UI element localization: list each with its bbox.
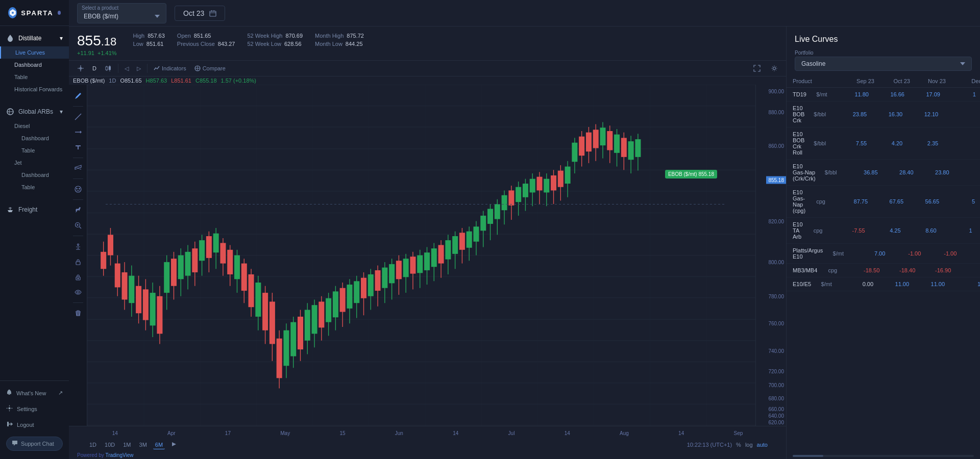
settings-button[interactable] — [767, 63, 782, 74]
col-unit — [812, 78, 843, 84]
svg-rect-151 — [487, 209, 493, 224]
sidebar-item-dashboard[interactable]: Dashboard — [0, 59, 69, 71]
stat-month-high: Month High 875.72 — [315, 33, 364, 39]
svg-rect-179 — [586, 133, 592, 151]
sidebar-whats-new[interactable]: What's New ↗ — [0, 385, 69, 401]
emoji-tool[interactable] — [71, 182, 85, 196]
time-1d-button[interactable]: 1D — [87, 441, 99, 449]
chart-body[interactable]: EBOB ($/mt) 855.18 — [87, 85, 755, 426]
ray-tool[interactable] — [71, 125, 85, 139]
lock-price-tool[interactable] — [71, 270, 85, 284]
zoom-tool[interactable] — [71, 218, 85, 233]
text-tool[interactable] — [71, 140, 85, 155]
table-row[interactable]: E10 BOB Crk Roll $/bbl 7.55 4.20 2.35 — [787, 128, 980, 160]
sidebar-diesel-table[interactable]: Table — [0, 144, 69, 157]
svg-rect-161 — [523, 184, 528, 197]
prev-button[interactable]: ◁ — [120, 63, 133, 74]
sidebar-item-live-curves[interactable]: Live Curves — [0, 46, 69, 59]
ohlc-high: H857.63 — [146, 78, 167, 84]
product-select-label: Select a product — [82, 5, 118, 11]
trash-tool[interactable] — [71, 306, 85, 320]
time-3m-button[interactable]: 3M — [137, 441, 149, 449]
val-sep23: -7.55 — [834, 227, 869, 234]
val-nov23: -1.00 — [925, 250, 961, 257]
next-button[interactable]: ▷ — [133, 63, 145, 74]
sidebar-item-table[interactable]: Table — [0, 71, 69, 83]
price-axis-800: 800.00 — [768, 259, 784, 265]
svg-point-19 — [78, 278, 79, 279]
chart-canvas-area[interactable]: EBOB ($/mt) 855.18 — [69, 85, 786, 426]
time-label: Jun — [395, 430, 403, 436]
sidebar-logout[interactable]: Logout — [0, 417, 69, 432]
chevron-icon: ▾ — [60, 35, 63, 42]
fullscreen-icon — [753, 65, 761, 72]
sidebar-jet-dashboard[interactable]: Dashboard — [0, 169, 69, 181]
time-6m-button[interactable]: 6M — [153, 441, 165, 449]
price-axis-620: 620.00 — [768, 420, 784, 425]
date-selector[interactable]: Oct 23 — [175, 6, 225, 21]
val-oct23: -18.40 — [884, 267, 919, 273]
chart-ohlc-bar: EBOB ($/mt) 1D O851.65 H857.63 L851.61 C… — [69, 76, 786, 85]
product-selector[interactable]: Select a product EBOB ($/mt) — [77, 3, 166, 23]
sidebar-freight-header[interactable]: Freight — [0, 201, 69, 218]
sidebar-distillate-header[interactable]: Distillate ▾ — [0, 30, 69, 46]
tradingview-link[interactable]: TradingView — [105, 452, 133, 458]
lc-portfolio-select[interactable]: Gasoline — [795, 57, 972, 71]
bar-replay-button[interactable] — [169, 440, 179, 449]
support-chat-button[interactable]: Support Chat — [6, 437, 63, 451]
global-arbs-section: Global ARBs ▾ Diesel Dashboard Table Jet… — [0, 99, 69, 197]
table-row[interactable]: MB3/MB4 cpg -18.50 -18.40 -16.90 -1 — [787, 264, 980, 277]
crosshair-button[interactable] — [73, 63, 88, 74]
percent-mode-button[interactable]: % — [736, 442, 741, 448]
product-name: E10 BOB Crk — [793, 105, 804, 123]
sidebar-settings[interactable]: Settings — [0, 401, 69, 417]
table-row[interactable]: Platts/Argus E10 $/mt 7.00 -1.00 -1.00 -… — [787, 244, 980, 264]
logo-text: SPARTA — [21, 9, 54, 17]
time-10d-button[interactable]: 10D — [103, 441, 117, 449]
time-1m-button[interactable]: 1M — [121, 441, 133, 449]
sidebar-item-historical-forwards[interactable]: Historical Forwards — [0, 83, 69, 95]
table-row[interactable]: E10 BOB Crk $/bbl 23.85 16.30 12.10 — [787, 101, 980, 128]
compare-button[interactable]: Compare — [190, 63, 230, 73]
line-tool[interactable] — [71, 110, 85, 124]
timeframe-label: D — [92, 65, 96, 71]
svg-rect-4 — [210, 11, 216, 16]
sidebar-diesel-header[interactable]: Diesel — [0, 120, 69, 132]
table-row[interactable]: E10/E5 $/mt 0.00 11.00 11.00 1 — [787, 277, 980, 291]
brush-tool[interactable] — [71, 203, 85, 217]
table-row[interactable]: E10 Gas-Nap (cpg) cpg 87.75 67.65 56.65 … — [787, 186, 980, 218]
log-mode-button[interactable]: log — [745, 442, 753, 448]
svg-rect-69 — [199, 240, 205, 261]
anchor-tool[interactable] — [71, 239, 85, 253]
lock-tool[interactable] — [71, 254, 85, 269]
eye-tool[interactable] — [71, 285, 85, 299]
price-axis-880: 880.00 — [768, 109, 784, 115]
val-nov23: 2.35 — [906, 140, 942, 146]
time-label: 17 — [225, 430, 231, 436]
table-row[interactable]: E10 Gas-Nap (Crk/Crk) $/bbl 36.85 28.40 … — [787, 160, 980, 186]
freight-section: Freight — [0, 197, 69, 222]
sidebar-jet-header[interactable]: Jet — [0, 157, 69, 169]
text-icon — [75, 144, 82, 151]
zoom-icon — [75, 222, 82, 229]
svg-rect-49 — [129, 276, 134, 303]
table-row[interactable]: TD19 $/mt 11.80 16.66 17.09 1 — [787, 88, 980, 101]
sidebar-global-arbs-header[interactable]: Global ARBs ▾ — [0, 104, 69, 120]
lc-scrollbar[interactable] — [793, 455, 974, 457]
auto-mode-button[interactable]: auto — [757, 442, 768, 448]
sidebar-bottom: What's New ↗ Settings Logout — [0, 380, 69, 459]
sidebar-jet-table[interactable]: Table — [0, 181, 69, 193]
sidebar-diesel-dashboard[interactable]: Dashboard — [0, 132, 69, 144]
candle-type-button[interactable] — [101, 63, 116, 74]
indicators-button[interactable]: Indicators — [150, 63, 190, 73]
fullscreen-button[interactable] — [749, 63, 765, 74]
whats-new-label: What's New — [16, 390, 46, 396]
timeframe-button[interactable]: D — [88, 63, 101, 73]
product-name: E10 BOB Crk Roll — [793, 131, 804, 156]
table-row[interactable]: E10 TA Arb cpg -7.55 4.25 8.60 1 — [787, 218, 980, 244]
chart-section: 855 .18 +11.91 +1.41% High 857.63 — [69, 27, 980, 459]
candlestick-chart[interactable] — [87, 85, 755, 426]
pencil-tool[interactable] — [71, 89, 85, 103]
measure-tool[interactable] — [71, 161, 85, 175]
val-dec: -- — [961, 250, 980, 257]
